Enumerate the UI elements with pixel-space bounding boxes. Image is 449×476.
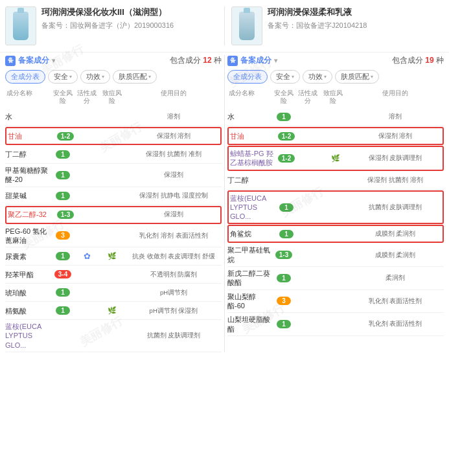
left-filter-safe[interactable]: 安全 ▾ <box>48 70 78 84</box>
purpose-cell: pH调节剂 <box>126 289 222 297</box>
right-section-header: 备 备案成分 ▾ 包含成分 19 种 <box>227 55 444 66</box>
top-divider <box>224 6 225 45</box>
safe-badge: 1 <box>51 171 75 179</box>
left-section-icon: 备 <box>5 56 16 66</box>
purpose-cell: 保湿剂 抗菌剂 溶剂 <box>347 176 444 184</box>
right-col-name: 成分名称 <box>227 87 271 107</box>
safe-badge: 1-3 <box>54 210 77 219</box>
safe-badge: 1 <box>51 306 75 315</box>
table-row: 丁二醇 1 保湿剂 抗菌剂 准剂 <box>5 146 222 164</box>
table-row: 蓝桉(EUCA LYPTUS GLO... 抗菌剂 皮肤调理剂 <box>5 320 222 352</box>
table-row: 羟苯甲酯 3-4 不透明剂 防腐剂 <box>5 266 222 284</box>
left-table: 成分名称 安全风险 活性成分 致痘风险 使用目的 水 溶剂 甘油 <box>5 87 222 352</box>
right-col-safe: 安全风险 <box>272 87 295 107</box>
active-badge: ✿ <box>75 251 98 261</box>
ingredient-name: 新戊二醇二葵酸酯 <box>227 269 271 288</box>
ingredient-name: 羟苯甲酯 <box>5 270 51 279</box>
left-count: 包含成分 12 种 <box>170 55 222 66</box>
purpose-cell: 保湿剂 抗静电 湿度控制 <box>126 192 222 199</box>
purpose-cell: 抗炎 收敛剂 表皮调理剂 舒缓 <box>126 253 222 260</box>
table-row: 聚二甲基硅氧烷 1-3 成膜剂 柔润剂 <box>227 244 444 267</box>
ingredient-name: 聚山梨醇酯-60 <box>227 292 271 311</box>
left-col-active: 活性成分 <box>75 87 98 107</box>
purpose-cell: 保湿剂 抗菌剂 准剂 <box>126 150 222 158</box>
safe-badge: 1-3 <box>272 251 295 259</box>
right-filter-safe[interactable]: 安全 ▾ <box>270 70 300 84</box>
table-row: 聚山梨醇酯-60 3 乳化剂 表面活性剂 <box>227 290 444 313</box>
safe-badge: 1 <box>272 274 295 282</box>
table-row: 蓝桉(EUCA LYPTUS GLO... 1 抗菌剂 皮肤调理剂 <box>227 190 444 225</box>
right-product-image <box>231 6 262 45</box>
table-row: 琥珀酸 1 pH调节剂 <box>5 284 222 302</box>
purpose-cell: 保湿剂 皮肤调理剂 <box>349 154 441 162</box>
purpose-cell: 溶剂 <box>126 113 222 120</box>
acne-badge: 🌿 <box>99 306 125 315</box>
right-col-headers: 成分名称 安全风险 活性成分 致痘风险 使用目的 <box>227 87 444 107</box>
safe-badge: 1-2 <box>275 132 298 141</box>
ingredient-name: 蓝桉(EUCA LYPTUS GLO... <box>230 194 274 221</box>
left-product-info: 珂润润浸保湿化妆水III（滋润型） 备案号：国妆网备进字（沪）201900031… <box>41 6 218 30</box>
table-row: 甲基葡糖醇聚醚-20 1 保湿剂 <box>5 164 222 187</box>
table-row: 聚乙二醇-32 1-3 保湿剂 <box>5 206 222 224</box>
safe-badge: 1-2 <box>275 154 298 163</box>
left-col-safe: 安全风险 <box>51 87 75 107</box>
safe-badge: 1 <box>51 252 75 260</box>
table-row: 水 溶剂 <box>5 108 222 126</box>
left-filter-skin[interactable]: 肤质匹配 ▾ <box>113 70 157 84</box>
ingredient-name: 甘油 <box>8 131 53 141</box>
ingredient-name: PEG-60 氢化蓖麻油 <box>5 227 51 245</box>
table-row: 鲸蜡基-PG 羟乙基棕榈酰胺 1-2 🌿 保湿剂 皮肤调理剂 <box>227 146 444 171</box>
left-col-acne: 致痘风险 <box>99 87 125 107</box>
ingredient-name: 丁二醇 <box>5 150 51 159</box>
left-filter-effect[interactable]: 功效 ▾ <box>80 70 110 84</box>
right-product-reg: 备案号：国妆备进字J20104218 <box>268 21 444 30</box>
left-col-name: 成分名称 <box>5 87 51 107</box>
purpose-cell: 抗菌剂 皮肤调理剂 <box>126 332 222 339</box>
purpose-cell: 抗菌剂 皮肤调理剂 <box>349 203 441 211</box>
right-filter-all[interactable]: 全成分表 <box>227 70 268 84</box>
left-filter-bar: 全成分表 安全 ▾ 功效 ▾ 肤质匹配 ▾ <box>5 70 222 84</box>
purpose-cell: 保湿剂 <box>128 210 219 218</box>
ingredient-name: 精氨酸 <box>5 306 51 315</box>
acne-badge: 🌿 <box>99 252 125 260</box>
table-row: 山梨坦硬脂酸酯 1 乳化剂 表面活性剂 <box>227 313 444 336</box>
purpose-cell: 成膜剂 柔润剂 <box>349 230 441 238</box>
right-table-section: 备 备案成分 ▾ 包含成分 19 种 全成分表 安全 ▾ 功效 ▾ 肤质匹配 ▾ <box>225 55 446 352</box>
safe-badge: 1 <box>51 288 75 297</box>
ingredient-name: 鲸蜡基-PG 羟乙基棕榈酰胺 <box>230 149 274 168</box>
purpose-cell: 保湿剂 溶剂 <box>349 132 441 140</box>
table-row: 尿囊素 1 ✿ 🌿 抗炎 收敛剂 表皮调理剂 舒缓 <box>5 247 222 266</box>
purpose-cell: 成膜剂 柔润剂 <box>347 251 444 259</box>
right-filter-effect[interactable]: 功效 ▾ <box>303 70 332 84</box>
left-filter-all[interactable]: 全成分表 <box>5 70 45 84</box>
ingredient-name: 聚乙二醇-32 <box>8 210 53 219</box>
purpose-cell: 柔润剂 <box>347 274 444 282</box>
right-filter-bar: 全成分表 安全 ▾ 功效 ▾ 肤质匹配 ▾ <box>227 70 444 84</box>
right-filter-skin[interactable]: 肤质匹配 ▾ <box>335 70 379 84</box>
right-section-title: 备 备案成分 ▾ <box>227 55 277 66</box>
ingredient-name: 角鲨烷 <box>230 229 274 238</box>
ingredient-name: 水 <box>5 112 51 121</box>
ingredient-name: 蓝桉(EUCA LYPTUS GLO... <box>5 322 51 350</box>
table-row: 甘油 1-2 保湿剂 溶剂 <box>5 127 222 145</box>
safe-badge: 1 <box>275 203 298 212</box>
right-count: 包含成分 19 种 <box>392 55 444 66</box>
right-col-active: 活性成分 <box>296 87 319 107</box>
ingredient-name: 丁二醇 <box>227 176 271 185</box>
table-row: 水 1 溶剂 <box>227 108 444 126</box>
purpose-cell: 乳化剂 表面活性剂 <box>347 297 444 305</box>
left-col-purpose: 使用目的 <box>126 87 222 107</box>
left-product-card: 珂润润浸保湿化妆水III（滋润型） 备案号：国妆网备进字（沪）201900031… <box>5 6 218 45</box>
ingredient-name: 甲基葡糖醇聚醚-20 <box>5 166 51 185</box>
ingredient-name: 水 <box>227 112 271 121</box>
safe-badge: 3 <box>51 231 75 240</box>
left-section-arrow: ▾ <box>52 57 55 64</box>
acne-badge: 🌿 <box>323 154 349 163</box>
safe-badge: 3-4 <box>51 270 75 278</box>
purpose-cell: 保湿剂 <box>126 171 222 179</box>
purpose-cell: 乳化剂 表面活性剂 <box>347 320 444 328</box>
left-product-reg: 备案号：国妆网备进字（沪）2019000316 <box>41 21 218 30</box>
safe-badge: 1-2 <box>54 132 77 141</box>
left-section-header: 备 备案成分 ▾ 包含成分 12 种 <box>5 55 222 66</box>
right-product-title: 珂润润浸保湿柔和乳液 <box>268 6 444 18</box>
